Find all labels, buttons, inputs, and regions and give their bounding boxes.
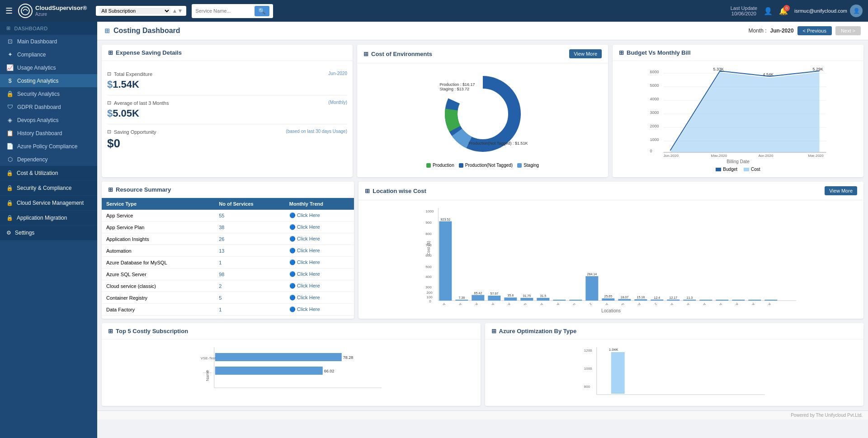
svg-text:800: 800 xyxy=(584,385,590,389)
monthly-trend-cell[interactable]: 🔵 Click Here xyxy=(285,233,354,245)
table-row: App Service Plan 38 🔵 Click Here xyxy=(102,221,354,233)
svg-text:11.3: 11.3 xyxy=(687,296,693,299)
monthly-trend-cell[interactable]: 🔵 Click Here xyxy=(285,292,354,304)
service-count-cell[interactable]: 13 xyxy=(214,245,285,257)
total-value: $1.54K xyxy=(107,79,347,90)
location-view-more[interactable]: View More xyxy=(825,186,857,195)
monthly-trend-cell[interactable]: 🔵 Click Here xyxy=(285,268,354,280)
previous-button[interactable]: < Previous xyxy=(797,26,832,35)
service-search-button[interactable]: 🔍 xyxy=(255,6,269,16)
sidebar-item-gdpr-dashboard[interactable]: 🛡 GDPR Dashboard xyxy=(0,100,97,113)
service-count-cell[interactable]: 1 xyxy=(214,304,285,316)
cloud-service-lock-icon: 🔒 xyxy=(6,200,13,206)
service-type-cell: Application Insights xyxy=(102,233,214,245)
total-label: ⊡Total Expenditure xyxy=(107,71,152,77)
svg-text:4000: 4000 xyxy=(650,97,659,101)
notification-bell[interactable]: 🔔 0 xyxy=(779,7,788,15)
service-search-input[interactable] xyxy=(195,8,253,14)
user-icon-btn[interactable]: 👤 xyxy=(764,7,773,15)
location-chart-svg: 1000 900 800 700 600 500 400 300 200 100… xyxy=(364,206,858,305)
location-bar xyxy=(700,300,712,301)
svg-text:May-2020: May-2020 xyxy=(711,154,727,157)
sidebar-item-dependency[interactable]: ⬡ Dependency xyxy=(0,153,97,166)
sidebar-item-usage-analytics[interactable]: 📈 Usage Analytics xyxy=(0,61,97,74)
bottom-row: ⊞ Top 5 Costly Subscription Name VSE-Tes… xyxy=(97,323,868,410)
user-email: isrmuc@unifycloud.com xyxy=(794,8,847,14)
sidebar-group-app-migration[interactable]: 🔒 Application Migration xyxy=(0,211,97,226)
monthly-trend-cell[interactable]: 🔵 Click Here xyxy=(285,257,354,268)
location-bar xyxy=(505,297,517,301)
service-count-cell[interactable]: 38 xyxy=(214,221,285,233)
service-count-cell[interactable]: 2 xyxy=(214,280,285,292)
svg-text:5.29K: 5.29K xyxy=(813,67,824,71)
legend-dot-not-tagged xyxy=(459,163,463,168)
sidebar-group-cost-utilization[interactable]: 🔒 Cost & Utilization xyxy=(0,166,97,181)
service-count-cell[interactable]: 1 xyxy=(214,257,285,268)
next-button[interactable]: Next > xyxy=(835,26,861,35)
svg-text:12.17: 12.17 xyxy=(670,296,678,299)
location-bar xyxy=(732,300,745,301)
service-count-cell[interactable]: 98 xyxy=(214,268,285,280)
svg-text:7.38: 7.38 xyxy=(459,296,465,299)
location-bar xyxy=(586,276,599,301)
sidebar-item-main-dashboard[interactable]: ⊡ Main Dashboard xyxy=(0,35,97,48)
subscription-dropdown[interactable]: All Subscription xyxy=(99,8,170,14)
last-update: Last Update 10/06/2020 xyxy=(731,5,757,16)
table-row: App Service 55 🔵 Click Here xyxy=(102,210,354,221)
cost-env-title: Cost of Environments xyxy=(371,51,432,57)
logo-area: CloudSupervisor® Azure xyxy=(18,4,87,18)
page-title-grid-icon: ⊞ xyxy=(104,27,110,34)
subscription-selector[interactable]: All Subscription ▲▼ xyxy=(96,6,186,16)
table-row: Azure Database for MySQL 1 🔵 Click Here xyxy=(102,257,354,268)
avg-note: (Monthly) xyxy=(328,100,347,108)
location-bar xyxy=(439,221,452,301)
sidebar-item-security-analytics[interactable]: 🔒 Security Analytics xyxy=(0,87,97,100)
svg-text:900: 900 xyxy=(426,221,432,225)
budget-color-cost xyxy=(744,168,749,171)
top5-title: Top 5 Costly Subscription xyxy=(116,328,188,334)
cost-env-grid-icon: ⊞ xyxy=(363,51,368,57)
hamburger-menu[interactable]: ☰ xyxy=(5,6,13,16)
location-bar xyxy=(553,300,566,301)
table-row: Cloud service (classic) 2 🔵 Click Here xyxy=(102,280,354,292)
sidebar-item-devops-analytics[interactable]: ◈ Devops Analytics xyxy=(0,113,97,127)
monthly-trend-cell[interactable]: 🔵 Click Here xyxy=(285,304,354,316)
monthly-trend-cell[interactable]: 🔵 Click Here xyxy=(285,221,354,233)
sidebar-group-cloud-service[interactable]: 🔒 Cloud Service Management xyxy=(0,196,97,211)
history-icon: 📋 xyxy=(6,130,14,137)
avg-value: $5.05K xyxy=(107,108,347,119)
cost-env-view-more[interactable]: View More xyxy=(569,49,602,58)
monthly-trend-cell[interactable]: 🔵 Click Here xyxy=(285,210,354,221)
resource-table-container[interactable]: Service Type No of Services Monthly Tren… xyxy=(102,198,354,316)
top-cards-row: ⊞ Expense Saving Details ⊡Total Expendit… xyxy=(97,40,868,182)
location-bar xyxy=(651,300,664,301)
sidebar-item-costing-analytics[interactable]: $ Costing Analytics xyxy=(0,74,97,87)
top5-grid-icon: ⊞ xyxy=(108,328,113,334)
location-body: 1000 900 800 700 600 500 400 300 200 100… xyxy=(359,200,863,319)
service-type-cell: Azure SQL Server xyxy=(102,268,214,280)
security-compliance-lock-icon: 🔒 xyxy=(6,185,13,191)
sidebar-item-azure-policy[interactable]: 📄 Azure Policy Compliance xyxy=(0,140,97,153)
main-dashboard-icon: ⊡ xyxy=(6,38,14,45)
sidebar-item-history-dashboard[interactable]: 📋 History Dashboard xyxy=(0,127,97,140)
budget-legend-budget: Budget xyxy=(716,167,737,172)
main-content: ⊞ Costing Dashboard Month : Jun-2020 < P… xyxy=(97,22,868,438)
top5-body: Name VSE-Test... 78.28 ...S... 66.02 xyxy=(102,339,481,397)
sidebar-item-compliance[interactable]: ✦ Compliance xyxy=(0,48,97,61)
svg-text:US West 2: US West 2 xyxy=(645,302,658,305)
monthly-trend-cell[interactable]: 🔵 Click Here xyxy=(285,245,354,257)
sidebar-group-security-compliance[interactable]: 🔒 Security & Compliance xyxy=(0,181,97,196)
location-bar xyxy=(618,299,631,301)
avatar[interactable]: 👤 xyxy=(850,5,863,17)
legend-not-tagged: Production(Not Tagged) xyxy=(459,163,513,168)
monthly-trend-cell[interactable]: 🔵 Click Here xyxy=(285,280,354,292)
svg-text:US Central: US Central xyxy=(481,302,495,305)
service-count-cell[interactable]: 5 xyxy=(214,292,285,304)
azure-opt-card: ⊞ Azure Optimization By Type 1200 1000 8… xyxy=(485,323,864,406)
service-count-cell[interactable]: 55 xyxy=(214,210,285,221)
legend-dot-staging xyxy=(517,163,522,168)
service-count-cell[interactable]: 26 xyxy=(214,233,285,245)
location-cost-card: ⊞ Location wise Cost View More 1000 900 … xyxy=(359,182,863,319)
cost-utilization-lock-icon: 🔒 xyxy=(6,170,13,176)
sidebar-group-settings[interactable]: ⚙ Settings xyxy=(0,226,97,240)
